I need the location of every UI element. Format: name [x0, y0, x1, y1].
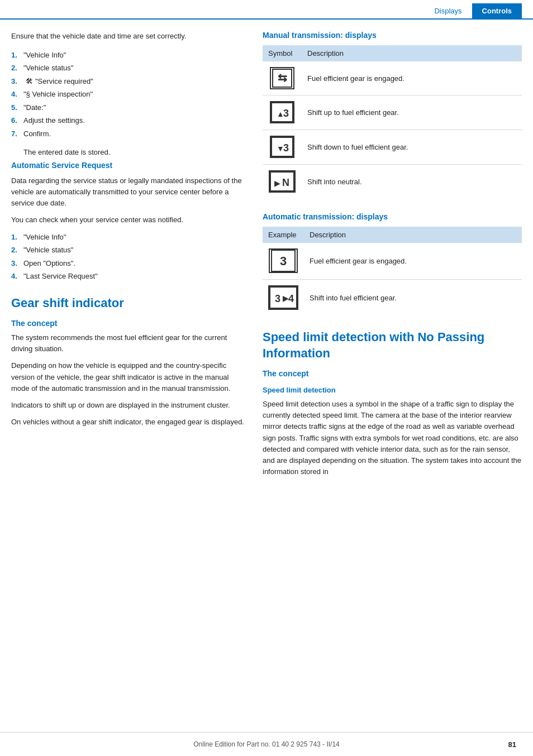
manual-table: Symbol Description ⇆ Fuel efficient g [263, 45, 522, 199]
top-tabs: Displays Controls [0, 0, 533, 20]
svg-text:3: 3 [283, 108, 289, 119]
list-item: 7. Confirm. [11, 128, 246, 140]
symbol-cell: 3 ▶ 4 [263, 280, 304, 317]
right-column: Manual transmission: displays Symbol Des… [263, 31, 522, 483]
symbol-box-3to4: 3 ▶ 4 [268, 285, 298, 310]
sub-note: The entered date is stored. [23, 148, 246, 156]
auto-row1-desc: Fuel efficient gear is engaged. [304, 243, 522, 280]
list-item: 5. "Date:" [11, 102, 246, 113]
tab-controls[interactable]: Controls [472, 3, 522, 18]
step-text: Open "Options". [23, 258, 75, 269]
manual-col1: Symbol [263, 45, 302, 61]
step-text: "Date:" [23, 102, 46, 113]
speed-section: Speed limit detection with No Passing In… [263, 329, 522, 477]
list-item: 1. "Vehicle Info" [11, 50, 246, 61]
manual-row1-desc: Fuel efficient gear is engaged. [302, 61, 522, 95]
step-num: 7. [11, 128, 23, 140]
step-num: 3. [11, 76, 23, 87]
list-item: 6. Adjust the settings. [11, 115, 246, 126]
step-num: 6. [11, 115, 23, 126]
svg-text:3: 3 [275, 293, 280, 304]
step-num: 1. [11, 50, 23, 61]
table-row: ▶ N Shift into neutral. [263, 165, 522, 199]
list-item: 2. "Vehicle status" [11, 63, 246, 74]
arrow-both-icon: ⇆ [272, 69, 292, 88]
table-row: ▼ 3 Shift down to fuel efficient gear. [263, 130, 522, 165]
box-3to4-icon: 3 ▶ 4 [269, 286, 297, 309]
intro-text: Ensure that the vehicle date and time ar… [11, 31, 246, 42]
footer-text: Online Edition for Part no. 01 40 2 925 … [193, 740, 340, 748]
arrow-down-3-icon: ▼ 3 [271, 137, 293, 157]
speed-main-heading: Speed limit detection with No Passing In… [263, 329, 522, 361]
symbol-cell: ▲ 3 [263, 95, 302, 130]
arrow-up-3-icon: ▲ 3 [271, 102, 293, 122]
step-text: "Vehicle Info" [23, 232, 66, 243]
list-item: 3. Open "Options". [11, 258, 246, 269]
auto-section: Automatic transmission: displays Example… [263, 212, 522, 316]
gear-para4: On vehicles without a gear shift indicat… [11, 417, 246, 428]
table-row: ▲ 3 Shift up to fuel efficient gear. [263, 95, 522, 130]
asr-body2: You can check when your service center w… [11, 214, 246, 226]
manual-row3-desc: Shift down to fuel efficient gear. [302, 130, 522, 165]
gear-para2: Depending on how the vehicle is equipped… [11, 360, 246, 394]
manual-heading: Manual transmission: displays [263, 31, 522, 40]
step-text: "Vehicle Info" [23, 50, 66, 61]
svg-text:4: 4 [288, 293, 294, 304]
footer: Online Edition for Part no. 01 40 2 925 … [0, 732, 533, 756]
step-text: Confirm. [23, 128, 51, 140]
step-num: 2. [11, 63, 23, 74]
manual-row2-desc: Shift up to fuel efficient gear. [302, 95, 522, 130]
list-item: 4. "§ Vehicle inspection" [11, 89, 246, 100]
list-item: 1. "Vehicle Info" [11, 232, 246, 243]
manual-row4-desc: Shift into neutral. [302, 165, 522, 199]
step-text: "Vehicle status" [23, 245, 73, 256]
symbol-arrow-down-3: ▼ 3 [270, 136, 294, 158]
symbol-arrow-N: ▶ N [269, 170, 296, 193]
step-text: "Vehicle status" [23, 63, 73, 74]
list-item: 4. "Last Service Request" [11, 271, 246, 282]
svg-text:3: 3 [283, 142, 289, 154]
auto-col2: Description [304, 227, 522, 243]
auto-row2-desc: Shift into fuel efficient gear. [304, 280, 522, 317]
step-text: "Service required" [35, 76, 93, 87]
asr-body1: Data regarding the service status or leg… [11, 175, 246, 209]
symbol-cell: ▼ 3 [263, 130, 302, 165]
step-text: Adjust the settings. [23, 115, 85, 126]
symbol-cell: 3 [263, 243, 304, 280]
gear-para3: Indicators to shift up or down are displ… [11, 400, 246, 411]
gear-concept-heading: The concept [11, 319, 246, 328]
page-number: 81 [508, 740, 516, 749]
svg-text:3: 3 [280, 254, 287, 268]
box-3-icon: 3 [271, 250, 296, 272]
list-item: 3. 🛠 "Service required" [11, 76, 246, 87]
service-icon: 🛠 [26, 76, 33, 87]
table-row: 3 Fuel efficient gear is engaged. [263, 243, 522, 280]
step-num: 5. [11, 102, 23, 113]
speed-concept-heading: The concept [263, 369, 522, 378]
symbol-arrow-both: ⇆ [270, 67, 294, 89]
symbol-box-3: 3 [269, 248, 298, 273]
speed-sub-heading: Speed limit detection [263, 386, 522, 394]
list-item: 2. "Vehicle status" [11, 245, 246, 256]
symbol-cell: ⇆ [263, 61, 302, 95]
pre-asr-steps: 1. "Vehicle Info" 2. "Vehicle status" 3.… [11, 50, 246, 140]
tab-displays[interactable]: Displays [424, 3, 472, 18]
step-num: 4. [11, 271, 23, 282]
speed-body: Speed limit detection uses a symbol in t… [263, 399, 522, 477]
gear-para1: The system recommends the most fuel effi… [11, 332, 246, 355]
asr-steps: 1. "Vehicle Info" 2. "Vehicle status" 3.… [11, 232, 246, 282]
step-num: 4. [11, 89, 23, 100]
symbol-arrow-up-3: ▲ 3 [270, 101, 294, 123]
arrow-N-icon: ▶ N [270, 171, 294, 192]
auto-table: Example Description 3 [263, 227, 522, 316]
table-row: 3 ▶ 4 Shift into fuel efficient gear. [263, 280, 522, 317]
svg-text:N: N [282, 177, 289, 188]
step-text: "Last Service Request" [23, 271, 98, 282]
table-row: ⇆ Fuel efficient gear is engaged. [263, 61, 522, 95]
auto-col1: Example [263, 227, 304, 243]
step-num: 1. [11, 232, 23, 243]
manual-col2: Description [302, 45, 522, 61]
step-text: "§ Vehicle inspection" [23, 89, 93, 100]
symbol-cell: ▶ N [263, 165, 302, 199]
gear-shift-heading: Gear shift indicator [11, 295, 246, 312]
